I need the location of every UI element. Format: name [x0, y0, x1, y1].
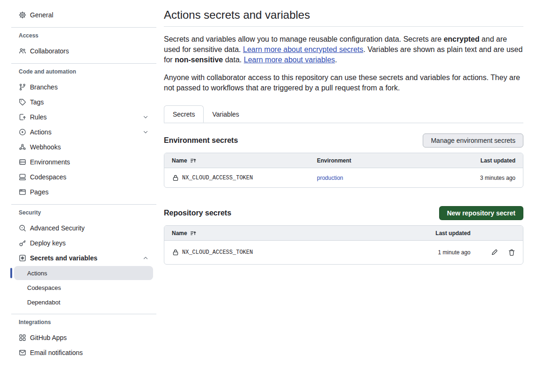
asterisk-box-icon: [19, 254, 26, 262]
intro-text: Secrets and variables allow you to manag…: [164, 35, 444, 43]
sidebar-item-github-apps[interactable]: GitHub Apps: [11, 330, 156, 345]
sidebar-item-tags[interactable]: Tags: [11, 95, 156, 110]
codescan-icon: [19, 224, 26, 232]
environment-table-header: Name Environment Last updated: [164, 153, 523, 168]
new-repository-secret-button[interactable]: New repository secret: [439, 206, 523, 220]
subnav-item-dependabot[interactable]: Dependabot: [14, 295, 153, 309]
sidebar-divider: [11, 204, 156, 205]
tag-icon: [19, 98, 26, 106]
environment-secrets-heading: Environment secrets: [164, 136, 238, 145]
sidebar-divider: [11, 314, 156, 314]
server-icon: [19, 158, 26, 166]
sidebar-item-rules[interactable]: Rules: [11, 110, 156, 125]
sidebar-item-advanced-security[interactable]: Advanced Security: [11, 221, 156, 236]
rules-icon: [19, 113, 26, 121]
sort-ascending-icon: [190, 230, 197, 237]
secret-name: NX_CLOUD_ACCESS_TOKEN: [182, 175, 253, 181]
sidebar-item-codespaces[interactable]: Codespaces: [11, 170, 156, 185]
sidebar-item-label: Environments: [30, 158, 70, 166]
delete-trash-icon[interactable]: [508, 249, 515, 256]
lock-icon: [172, 174, 179, 182]
sidebar-item-label: Actions: [30, 128, 51, 136]
intro-paragraph: Secrets and variables allow you to manag…: [164, 34, 523, 65]
secret-last-updated: 1 minute ago: [438, 249, 470, 256]
secret-last-updated: 3 minutes ago: [480, 175, 515, 181]
play-circle-icon: [19, 128, 26, 136]
sidebar-item-general[interactable]: General: [11, 7, 156, 22]
secrets-variables-tabs: Secrets Variables: [164, 105, 523, 123]
main-content: Actions secrets and variables Secrets an…: [164, 0, 523, 392]
sidebar-item-label: Branches: [30, 83, 58, 91]
sidebar-item-label: Collaborators: [30, 47, 69, 55]
secret-name: NX_CLOUD_ACCESS_TOKEN: [182, 249, 253, 256]
column-header-last-updated[interactable]: Last updated: [435, 230, 470, 237]
sidebar-section-code-automation: Code and automation: [11, 68, 156, 75]
environment-link[interactable]: production: [317, 175, 480, 181]
chevron-down-icon: [142, 129, 149, 135]
repository-table-header: Name Last updated: [164, 226, 523, 241]
sidebar-section-integrations: Integrations: [11, 319, 156, 325]
sidebar-item-label: GitHub Apps: [30, 334, 67, 341]
git-branch-icon: [19, 83, 26, 91]
sidebar-item-branches[interactable]: Branches: [11, 80, 156, 95]
column-header-name[interactable]: Name: [172, 157, 187, 164]
edit-pencil-icon[interactable]: [491, 249, 498, 256]
webhook-icon: [19, 143, 26, 151]
learn-more-variables-link[interactable]: Learn more about variables: [244, 56, 335, 64]
page-title: Actions secrets and variables: [164, 7, 523, 22]
tab-secrets[interactable]: Secrets: [164, 105, 204, 123]
chevron-down-icon: [142, 114, 149, 120]
repository-secrets-table: Name Last updated NX_CLOUD_ACCESS_TOKEN …: [164, 225, 523, 265]
environment-secret-row: NX_CLOUD_ACCESS_TOKEN production 3 minut…: [164, 168, 523, 187]
sidebar-item-label: Secrets and variables: [30, 254, 97, 262]
sidebar-item-actions[interactable]: Actions: [11, 125, 156, 140]
sidebar-divider: [11, 63, 156, 64]
intro-text: data.: [223, 56, 243, 64]
sidebar-item-label: Pages: [30, 188, 49, 196]
secrets-variables-subnav: Actions Codespaces Dependabot: [11, 266, 156, 309]
sidebar-section-security: Security: [11, 209, 156, 216]
collaborator-note: Anyone with collaborator access to this …: [164, 73, 523, 93]
subnav-item-actions[interactable]: Actions: [14, 266, 153, 280]
column-header-last-updated[interactable]: Last updated: [480, 157, 515, 164]
gear-icon: [19, 11, 26, 19]
sidebar-divider: [11, 27, 156, 28]
sidebar-item-environments[interactable]: Environments: [11, 155, 156, 170]
sidebar-item-label: Advanced Security: [30, 224, 85, 232]
manage-environment-secrets-button[interactable]: Manage environment secrets: [423, 133, 523, 148]
repository-secrets-heading: Repository secrets: [164, 209, 231, 217]
lock-icon: [172, 249, 179, 256]
apps-grid-icon: [19, 334, 26, 341]
sidebar-item-label: General: [30, 11, 53, 19]
subnav-item-label: Actions: [27, 270, 47, 277]
column-header-environment[interactable]: Environment: [317, 157, 480, 164]
intro-bold-non-sensitive: non-sensitive: [175, 56, 223, 64]
subnav-item-codespaces[interactable]: Codespaces: [14, 281, 153, 295]
chevron-up-icon: [142, 255, 149, 261]
intro-text: .: [335, 56, 337, 64]
tab-variables[interactable]: Variables: [204, 105, 247, 123]
browser-icon: [19, 188, 26, 196]
environment-secrets-section: Environment secrets Manage environment s…: [164, 133, 523, 188]
intro-bold-encrypted: encrypted: [444, 35, 479, 43]
repository-secrets-section: Repository secrets New repository secret…: [164, 206, 523, 265]
sidebar-item-label: Webhooks: [30, 143, 61, 151]
sidebar-item-label: Email notifications: [30, 349, 83, 356]
sidebar-item-webhooks[interactable]: Webhooks: [11, 140, 156, 155]
sidebar-item-email-notifications[interactable]: Email notifications: [11, 345, 156, 360]
sidebar-item-label: Rules: [30, 113, 47, 121]
sidebar-item-secrets-and-variables[interactable]: Secrets and variables: [11, 251, 156, 266]
subnav-item-label: Dependabot: [27, 299, 60, 306]
sidebar-item-label: Deploy keys: [30, 239, 66, 247]
column-header-name[interactable]: Name: [172, 230, 187, 237]
mail-icon: [19, 349, 26, 356]
key-icon: [19, 239, 26, 247]
subnav-item-label: Codespaces: [27, 284, 61, 291]
codespaces-icon: [19, 173, 26, 181]
sidebar-item-pages[interactable]: Pages: [11, 185, 156, 200]
repository-secret-row: NX_CLOUD_ACCESS_TOKEN 1 minute ago: [164, 241, 523, 264]
sidebar-item-collaborators[interactable]: Collaborators: [11, 44, 156, 59]
learn-more-encrypted-secrets-link[interactable]: Learn more about encrypted secrets: [243, 45, 363, 53]
sidebar-item-deploy-keys[interactable]: Deploy keys: [11, 236, 156, 251]
environment-secrets-table: Name Environment Last updated NX_CLOUD_A…: [164, 153, 523, 188]
